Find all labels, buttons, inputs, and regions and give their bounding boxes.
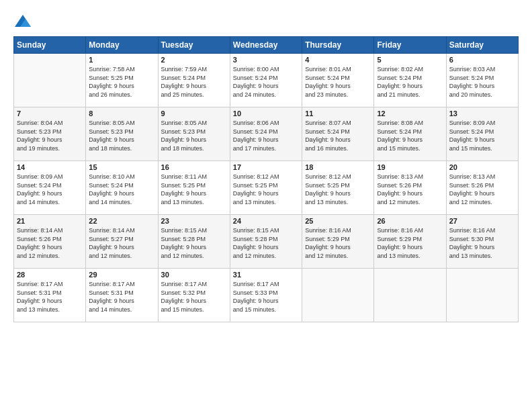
- calendar-cell: 8Sunrise: 8:05 AM Sunset: 5:23 PM Daylig…: [86, 107, 158, 161]
- calendar-cell: 24Sunrise: 8:15 AM Sunset: 5:28 PM Dayli…: [230, 215, 302, 269]
- day-number: 17: [233, 163, 299, 171]
- calendar-cell: 3Sunrise: 8:00 AM Sunset: 5:24 PM Daylig…: [230, 54, 302, 107]
- day-number: 27: [449, 217, 515, 225]
- calendar-cell: 13Sunrise: 8:09 AM Sunset: 5:24 PM Dayli…: [446, 107, 518, 161]
- day-info: Sunrise: 8:09 AM Sunset: 5:24 PM Dayligh…: [17, 173, 83, 206]
- day-info: Sunrise: 8:07 AM Sunset: 5:24 PM Dayligh…: [305, 119, 371, 152]
- day-number: 31: [233, 271, 299, 279]
- day-info: Sunrise: 8:01 AM Sunset: 5:24 PM Dayligh…: [305, 65, 371, 99]
- day-number: 28: [17, 271, 83, 279]
- day-number: 5: [377, 56, 443, 64]
- day-info: Sunrise: 8:17 AM Sunset: 5:32 PM Dayligh…: [161, 280, 227, 314]
- calendar-cell: [446, 269, 518, 322]
- logo-icon: [13, 12, 32, 31]
- calendar-table: SundayMondayTuesdayWednesdayThursdayFrid…: [13, 36, 519, 322]
- day-info: Sunrise: 8:03 AM Sunset: 5:24 PM Dayligh…: [449, 65, 515, 99]
- calendar-cell: 5Sunrise: 8:02 AM Sunset: 5:24 PM Daylig…: [374, 54, 446, 107]
- day-number: 18: [305, 163, 371, 171]
- day-info: Sunrise: 8:16 AM Sunset: 5:29 PM Dayligh…: [377, 226, 443, 260]
- day-info: Sunrise: 8:11 AM Sunset: 5:25 PM Dayligh…: [161, 173, 227, 206]
- day-info: Sunrise: 8:17 AM Sunset: 5:33 PM Dayligh…: [233, 280, 299, 314]
- calendar-cell: 1Sunrise: 7:58 AM Sunset: 5:25 PM Daylig…: [86, 54, 158, 107]
- calendar-cell: 27Sunrise: 8:16 AM Sunset: 5:30 PM Dayli…: [446, 215, 518, 269]
- day-number: 21: [17, 217, 83, 225]
- calendar-cell: [14, 54, 86, 107]
- day-info: Sunrise: 8:12 AM Sunset: 5:25 PM Dayligh…: [233, 173, 299, 206]
- calendar-cell: 7Sunrise: 8:04 AM Sunset: 5:23 PM Daylig…: [14, 107, 86, 161]
- day-number: 2: [161, 56, 227, 64]
- calendar-cell: [374, 269, 446, 322]
- day-number: 1: [89, 56, 154, 64]
- day-info: Sunrise: 7:59 AM Sunset: 5:24 PM Dayligh…: [161, 65, 227, 99]
- header: [13, 12, 519, 31]
- weekday-header-tuesday: Tuesday: [158, 37, 230, 54]
- day-number: 13: [449, 109, 515, 118]
- day-number: 30: [161, 271, 227, 279]
- day-info: Sunrise: 7:58 AM Sunset: 5:25 PM Dayligh…: [89, 65, 154, 99]
- calendar-cell: 25Sunrise: 8:16 AM Sunset: 5:29 PM Dayli…: [302, 215, 374, 269]
- day-info: Sunrise: 8:05 AM Sunset: 5:23 PM Dayligh…: [161, 119, 227, 152]
- calendar-cell: 9Sunrise: 8:05 AM Sunset: 5:23 PM Daylig…: [158, 107, 230, 161]
- weekday-header-thursday: Thursday: [302, 37, 374, 54]
- day-info: Sunrise: 8:16 AM Sunset: 5:29 PM Dayligh…: [305, 226, 371, 260]
- day-number: 19: [377, 163, 443, 171]
- day-info: Sunrise: 8:14 AM Sunset: 5:27 PM Dayligh…: [89, 226, 154, 260]
- calendar-cell: 4Sunrise: 8:01 AM Sunset: 5:24 PM Daylig…: [302, 54, 374, 107]
- weekday-header-row: SundayMondayTuesdayWednesdayThursdayFrid…: [14, 37, 519, 54]
- weekday-header-monday: Monday: [86, 37, 158, 54]
- week-row-4: 28Sunrise: 8:17 AM Sunset: 5:31 PM Dayli…: [14, 269, 519, 322]
- calendar-cell: 31Sunrise: 8:17 AM Sunset: 5:33 PM Dayli…: [230, 269, 302, 322]
- weekday-header-saturday: Saturday: [446, 37, 518, 54]
- calendar-cell: 22Sunrise: 8:14 AM Sunset: 5:27 PM Dayli…: [86, 215, 158, 269]
- day-info: Sunrise: 8:09 AM Sunset: 5:24 PM Dayligh…: [449, 119, 515, 152]
- calendar-cell: 12Sunrise: 8:08 AM Sunset: 5:24 PM Dayli…: [374, 107, 446, 161]
- calendar-cell: 21Sunrise: 8:14 AM Sunset: 5:26 PM Dayli…: [14, 215, 86, 269]
- day-info: Sunrise: 8:15 AM Sunset: 5:28 PM Dayligh…: [161, 226, 227, 260]
- weekday-header-friday: Friday: [374, 37, 446, 54]
- week-row-3: 21Sunrise: 8:14 AM Sunset: 5:26 PM Dayli…: [14, 215, 519, 269]
- calendar-cell: 19Sunrise: 8:13 AM Sunset: 5:26 PM Dayli…: [374, 161, 446, 215]
- day-number: 8: [89, 109, 154, 118]
- week-row-0: 1Sunrise: 7:58 AM Sunset: 5:25 PM Daylig…: [14, 54, 519, 107]
- day-info: Sunrise: 8:05 AM Sunset: 5:23 PM Dayligh…: [89, 119, 154, 152]
- day-number: 15: [89, 163, 154, 171]
- calendar-cell: [302, 269, 374, 322]
- day-number: 22: [89, 217, 154, 225]
- calendar-cell: 17Sunrise: 8:12 AM Sunset: 5:25 PM Dayli…: [230, 161, 302, 215]
- day-number: 16: [161, 163, 227, 171]
- calendar-cell: 18Sunrise: 8:12 AM Sunset: 5:25 PM Dayli…: [302, 161, 374, 215]
- day-number: 3: [233, 56, 299, 64]
- calendar-cell: 28Sunrise: 8:17 AM Sunset: 5:31 PM Dayli…: [14, 269, 86, 322]
- calendar-page: SundayMondayTuesdayWednesdayThursdayFrid…: [0, 0, 532, 411]
- day-number: 4: [305, 56, 371, 64]
- calendar-cell: 15Sunrise: 8:10 AM Sunset: 5:24 PM Dayli…: [86, 161, 158, 215]
- day-info: Sunrise: 8:17 AM Sunset: 5:31 PM Dayligh…: [89, 280, 154, 314]
- day-info: Sunrise: 8:16 AM Sunset: 5:30 PM Dayligh…: [449, 226, 515, 260]
- day-number: 6: [449, 56, 515, 64]
- calendar-cell: 26Sunrise: 8:16 AM Sunset: 5:29 PM Dayli…: [374, 215, 446, 269]
- day-number: 23: [161, 217, 227, 225]
- day-number: 25: [305, 217, 371, 225]
- day-number: 20: [449, 163, 515, 171]
- day-info: Sunrise: 8:00 AM Sunset: 5:24 PM Dayligh…: [233, 65, 299, 99]
- week-row-1: 7Sunrise: 8:04 AM Sunset: 5:23 PM Daylig…: [14, 107, 519, 161]
- day-info: Sunrise: 8:04 AM Sunset: 5:23 PM Dayligh…: [17, 119, 83, 152]
- calendar-cell: 23Sunrise: 8:15 AM Sunset: 5:28 PM Dayli…: [158, 215, 230, 269]
- day-info: Sunrise: 8:12 AM Sunset: 5:25 PM Dayligh…: [305, 173, 371, 206]
- calendar-cell: 20Sunrise: 8:13 AM Sunset: 5:26 PM Dayli…: [446, 161, 518, 215]
- day-info: Sunrise: 8:14 AM Sunset: 5:26 PM Dayligh…: [17, 226, 83, 260]
- day-info: Sunrise: 8:10 AM Sunset: 5:24 PM Dayligh…: [89, 173, 154, 206]
- day-number: 10: [233, 109, 299, 118]
- day-number: 9: [161, 109, 227, 118]
- calendar-cell: 10Sunrise: 8:06 AM Sunset: 5:24 PM Dayli…: [230, 107, 302, 161]
- calendar-cell: 6Sunrise: 8:03 AM Sunset: 5:24 PM Daylig…: [446, 54, 518, 107]
- calendar-cell: 11Sunrise: 8:07 AM Sunset: 5:24 PM Dayli…: [302, 107, 374, 161]
- day-number: 11: [305, 109, 371, 118]
- day-info: Sunrise: 8:13 AM Sunset: 5:26 PM Dayligh…: [449, 173, 515, 206]
- calendar-cell: 14Sunrise: 8:09 AM Sunset: 5:24 PM Dayli…: [14, 161, 86, 215]
- day-number: 7: [17, 109, 83, 118]
- calendar-cell: 16Sunrise: 8:11 AM Sunset: 5:25 PM Dayli…: [158, 161, 230, 215]
- day-number: 12: [377, 109, 443, 118]
- calendar-cell: 2Sunrise: 7:59 AM Sunset: 5:24 PM Daylig…: [158, 54, 230, 107]
- day-number: 26: [377, 217, 443, 225]
